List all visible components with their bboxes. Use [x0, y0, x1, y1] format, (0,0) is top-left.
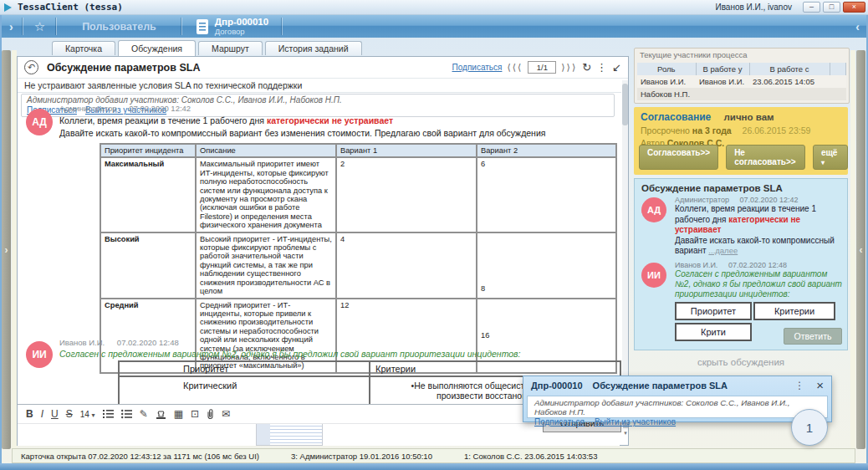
- message-author: Иванов И.И.: [675, 261, 717, 269]
- strikethrough-icon[interactable]: S: [66, 409, 73, 419]
- scroll-down-icon[interactable]: ▾: [622, 430, 629, 437]
- right-panel-gutter: [850, 50, 855, 449]
- minimize-button[interactable]: –: [803, 2, 820, 13]
- messages-scrollbar[interactable]: [622, 80, 628, 403]
- side-message[interactable]: АД Администратор 07.02.2020 12:42 Коллег…: [641, 196, 842, 257]
- tab-task-history[interactable]: История заданий: [265, 41, 362, 55]
- status-item-3: 1: Соколов С.С. 23.06.2015 14:03:53: [464, 452, 597, 461]
- more-options-icon[interactable]: ⋮: [596, 62, 607, 73]
- panel-collapse-icon[interactable]: ‹: [847, 20, 868, 33]
- bullet-list-icon[interactable]: [121, 409, 132, 419]
- hide-discussions-link[interactable]: скрыть обсуждения: [634, 357, 848, 367]
- pasted-image-thumbnail[interactable]: [256, 422, 323, 446]
- cell-role: Иванов И.И.: [637, 75, 696, 88]
- toast-title: Обсуждение параметров SLA: [593, 381, 728, 391]
- cell-empty: [830, 88, 846, 100]
- more-link[interactable]: ...далее: [675, 348, 704, 351]
- user-menu-button[interactable]: Пользователь: [57, 21, 181, 33]
- toolbar-separator: [282, 18, 283, 35]
- table-header-row: Приоритет Критерии: [119, 361, 620, 376]
- toast-leave-link[interactable]: Выйти из участников: [595, 417, 676, 427]
- numbered-list-icon[interactable]: [103, 409, 114, 419]
- col-empty: [830, 63, 846, 75]
- pager-next-icon[interactable]: ⟩⟩⟩: [561, 62, 577, 73]
- tab-card[interactable]: Карточка: [52, 41, 115, 55]
- toast-message: Администратор добавил участников: Соколо…: [534, 398, 820, 416]
- message-date: 07.02.2020 12:42: [739, 196, 798, 204]
- side-discussion-panel: Обсуждение параметров SLA АД Администрат…: [634, 178, 848, 350]
- message-text: Давайте искать какой-то компромиссный ва…: [675, 236, 835, 256]
- forum-header: ↶ Обсуждение параметров SLA Подписаться …: [18, 57, 628, 79]
- participants-table: Роль В работе у В работе с Иванов И.И. И…: [637, 63, 846, 100]
- window-border-left: [0, 15, 2, 470]
- status-item-2: 3: Администратор 19.01.2016 10:50:10: [291, 452, 432, 461]
- message-author: Администратор: [59, 104, 117, 113]
- edit-card-icon[interactable]: ⊡: [191, 409, 199, 419]
- bold-icon[interactable]: B: [26, 409, 33, 419]
- more-actions-button[interactable]: ещё ▾: [813, 145, 848, 170]
- notification-toast[interactable]: Дпр-000010 Обсуждение параметров SLA ⋮ ×…: [523, 375, 832, 422]
- overdue-duration: на 3 года: [692, 125, 732, 135]
- pager-prev-icon[interactable]: ⟨⟨⟨: [507, 62, 523, 73]
- cell-in-work-by: Иванов И.И.: [696, 75, 749, 88]
- mini-table-cell: Приоритет: [675, 302, 752, 320]
- document-icon: [196, 18, 209, 35]
- tab-route[interactable]: Маршрут: [198, 41, 263, 55]
- scrollbar-thumb[interactable]: [622, 84, 628, 125]
- close-button[interactable]: ×: [843, 2, 865, 13]
- document-number: Дпр-000010: [215, 18, 268, 27]
- chevron-right-icon: ›: [5, 244, 8, 256]
- app-icon: [4, 3, 12, 12]
- message-date: 07.02.2020 12:42: [129, 104, 191, 113]
- cell-variant2: 6: [477, 157, 616, 232]
- font-size-dropdown[interactable]: 14 ▾: [80, 410, 95, 419]
- reject-button[interactable]: Не согласовать>>: [726, 145, 805, 170]
- right-splitter[interactable]: ‹: [856, 50, 865, 449]
- cell-variant2: 8: [477, 232, 616, 299]
- cell-empty: [830, 75, 846, 88]
- pager-value[interactable]: 1/1: [528, 61, 556, 74]
- cell-priority: Максимальный: [100, 157, 196, 232]
- tab-discussions[interactable]: Обсуждения: [118, 40, 196, 56]
- table-header-row: Приоритет инцидента Описание Вариант 1 В…: [100, 144, 616, 157]
- more-link[interactable]: ...далее: [708, 246, 738, 255]
- reply-button[interactable]: Ответить: [784, 328, 842, 345]
- toast-options-icon[interactable]: ⋮: [794, 380, 804, 391]
- col-priority: Приоритет: [119, 361, 370, 376]
- underline-icon[interactable]: U: [51, 409, 59, 419]
- application-window: TessaClient (tessa) Иванов И.И., ivanov …: [0, 0, 868, 470]
- approve-button[interactable]: Согласовать>>: [639, 145, 718, 170]
- collapse-icon[interactable]: ↙: [612, 62, 621, 73]
- col-priority: Приоритет инцидента: [100, 144, 196, 157]
- envelope-icon[interactable]: ✉: [222, 409, 230, 419]
- maximize-button[interactable]: □: [823, 2, 840, 13]
- nav-expand-icon[interactable]: ›: [0, 20, 23, 33]
- italic-icon[interactable]: I: [41, 409, 43, 419]
- title-bar: TessaClient (tessa) Иванов И.И., ivanov …: [0, 0, 868, 15]
- left-splitter[interactable]: ›: [2, 50, 11, 449]
- back-icon[interactable]: ↶: [24, 60, 38, 74]
- subscribe-link[interactable]: Подписаться: [452, 63, 503, 72]
- table-icon[interactable]: ▦: [174, 409, 183, 419]
- participants-title: Текущие участники процесса: [635, 49, 849, 61]
- table-row[interactable]: Набоков Н.П.: [637, 88, 846, 100]
- message-quote: Согласен с предложенным вариантом №2, од…: [59, 349, 521, 359]
- refresh-icon[interactable]: ↻: [582, 62, 591, 73]
- toast-subscribe-link[interactable]: Подписаться: [534, 417, 585, 427]
- overdue-label: Просрочено: [641, 125, 690, 135]
- process-participants-panel: Текущие участники процесса Роль В работе…: [634, 48, 850, 104]
- col-criteria: Критерии: [370, 361, 620, 376]
- stamp-icon[interactable]: [156, 409, 166, 420]
- table-row[interactable]: Иванов И.И. Иванов И.И. 23.06.2015 14:05: [637, 75, 846, 88]
- message-date: 07.02.2020 12:48: [728, 261, 787, 269]
- paperclip-icon[interactable]: [207, 409, 214, 420]
- col-in-work-since: В работе с: [749, 63, 830, 75]
- message-text: Коллеги, время реакции в течение 1 рабоч…: [59, 115, 264, 125]
- status-bar: Карточка открыта 07.02.2020 12:43:12 за …: [12, 448, 855, 463]
- toast-close-icon[interactable]: ×: [816, 380, 824, 391]
- document-tab-button[interactable]: Дпр-000010 Договор: [182, 18, 282, 36]
- notification-count-badge[interactable]: 1: [791, 409, 828, 446]
- window-title: TessaClient (tessa): [18, 2, 123, 13]
- pencil-icon[interactable]: ✎: [140, 409, 148, 419]
- favorites-star-icon[interactable]: ☆: [23, 19, 56, 34]
